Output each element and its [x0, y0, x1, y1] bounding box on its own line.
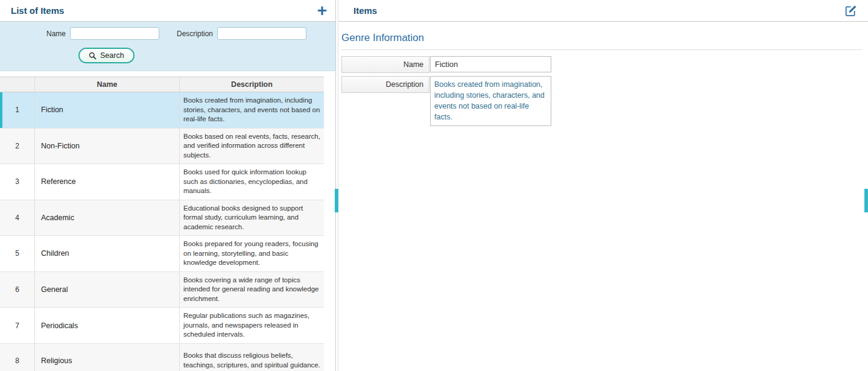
description-field-input[interactable] — [430, 76, 551, 126]
search-icon — [89, 52, 97, 60]
genre-form: Name Description — [341, 56, 862, 126]
row-number: 8 — [0, 344, 34, 371]
add-button[interactable]: + — [317, 4, 327, 17]
edit-button[interactable] — [844, 4, 857, 17]
row-number: 2 — [0, 128, 34, 164]
row-number: 3 — [0, 164, 34, 200]
header-cell-description: Description — [179, 77, 324, 92]
row-description: Books covering a wide range of topics in… — [179, 272, 324, 308]
edit-icon — [844, 4, 857, 17]
list-panel: List of Items + Name Description Search — [0, 0, 336, 371]
row-description: Books based on real events, facts, resea… — [179, 128, 324, 164]
table-row[interactable]: 8 Religious Books that discuss religious… — [0, 344, 324, 371]
plus-icon: + — [317, 4, 327, 17]
row-number: 6 — [0, 272, 34, 308]
row-description: Books created from imagination, includin… — [179, 92, 324, 128]
row-name: General — [34, 272, 179, 308]
row-name: Academic — [34, 200, 179, 236]
description-field-row: Description — [341, 76, 862, 126]
search-name-label: Name — [12, 30, 70, 38]
row-description: Educational books designed to support fo… — [179, 200, 324, 236]
section-title: Genre Information — [341, 32, 862, 44]
row-name: Periodicals — [34, 308, 179, 343]
detail-panel-header: Items — [338, 0, 868, 22]
row-name: Religious — [34, 344, 179, 371]
row-number: 4 — [0, 200, 34, 236]
app: List of Items + Name Description Search — [0, 0, 868, 371]
search-fields-row: Name Description — [12, 27, 323, 40]
search-button-label: Search — [100, 51, 124, 60]
search-button-row: Search — [12, 48, 323, 63]
table-row[interactable]: 2 Non-Fiction Books based on real events… — [0, 128, 324, 165]
row-number: 5 — [0, 236, 34, 271]
scrollbar-thumb-right[interactable] — [864, 189, 868, 212]
section-divider — [341, 49, 862, 50]
items-table: Name Description 1 Fiction Books created… — [0, 77, 324, 371]
row-description: Regular publications such as magazines, … — [179, 308, 324, 343]
search-panel: Name Description Search — [0, 22, 335, 71]
search-button[interactable]: Search — [78, 48, 135, 63]
list-panel-title: List of Items — [11, 5, 64, 16]
row-number: 7 — [0, 308, 34, 343]
header-cell-name: Name — [34, 77, 179, 92]
table-body: 1 Fiction Books created from imagination… — [0, 92, 324, 371]
table-row[interactable]: 7 Periodicals Regular publications such … — [0, 308, 324, 344]
table-row[interactable]: 4 Academic Educational books designed to… — [0, 200, 324, 236]
table-row[interactable]: 1 Fiction Books created from imagination… — [0, 92, 324, 128]
table-header: Name Description — [0, 77, 324, 92]
name-field-input[interactable] — [430, 56, 551, 72]
row-description: Books prepared for young readers, focusi… — [179, 236, 324, 271]
detail-panel-title: Items — [353, 5, 377, 16]
row-description: Books used for quick information lookup … — [179, 164, 324, 200]
detail-panel: Items Genre Information Name Description — [338, 0, 868, 371]
row-name: Non-Fiction — [34, 128, 179, 164]
table-row[interactable]: 5 Children Books prepared for young read… — [0, 236, 324, 272]
row-number: 1 — [0, 92, 34, 128]
table-row[interactable]: 6 General Books covering a wide range of… — [0, 272, 324, 308]
search-name-input[interactable] — [70, 27, 159, 40]
list-panel-header: List of Items + — [0, 0, 335, 22]
search-description-label: Description — [159, 30, 217, 38]
description-field-label: Description — [341, 76, 429, 93]
table-row[interactable]: 3 Reference Books used for quick informa… — [0, 164, 324, 200]
detail-content: Genre Information Name Description — [338, 22, 868, 371]
row-description: Books that discuss religious beliefs, te… — [179, 344, 324, 371]
row-name: Fiction — [34, 92, 179, 128]
row-name: Children — [34, 236, 179, 271]
row-name: Reference — [34, 164, 179, 200]
scrollbar-thumb-left[interactable] — [335, 189, 336, 212]
search-description-input[interactable] — [217, 27, 306, 40]
name-field-label: Name — [341, 56, 429, 73]
header-cell-blank — [0, 77, 34, 92]
name-field-row: Name — [341, 56, 862, 73]
